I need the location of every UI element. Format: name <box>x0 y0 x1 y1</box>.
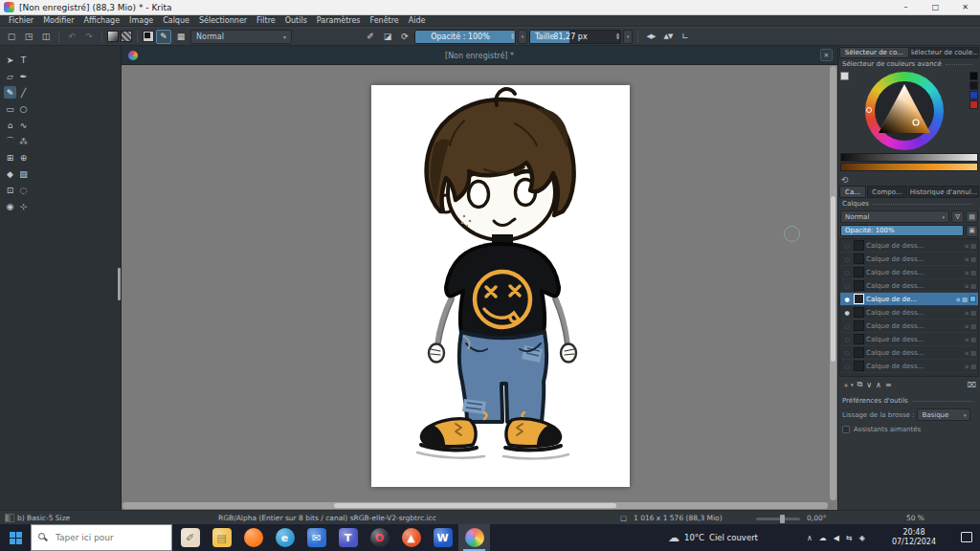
alpha-lock-icon[interactable]: ▨ <box>970 309 976 316</box>
search-input[interactable] <box>54 532 149 543</box>
opacity-slider[interactable]: Opacité : 100% ▲ ▼ <box>414 30 516 44</box>
wrap-around-icon[interactable]: ∟ <box>678 30 693 44</box>
close-button[interactable]: ✕ <box>950 0 980 14</box>
brush-editor-toggle[interactable]: ✎ <box>156 30 171 44</box>
antivirus-icon[interactable]: ◈ <box>859 534 865 542</box>
tool-text[interactable]: T <box>17 54 30 66</box>
alpha-lock-icon[interactable]: ▨ <box>962 296 968 302</box>
taskbar-app-word[interactable]: W <box>427 524 458 551</box>
foreground-background-colors[interactable] <box>143 31 154 42</box>
mirror-vertical-icon[interactable]: ▲▼ <box>660 30 676 44</box>
tool-rectangle[interactable]: ▭ <box>4 102 16 115</box>
history-swatch[interactable] <box>969 100 978 109</box>
menu-affichage[interactable]: Affichage <box>79 16 125 25</box>
tool-gradient[interactable]: ▨ <box>17 167 30 180</box>
inherit-alpha-icon[interactable]: α <box>965 349 969 356</box>
opacity-spin-buttons[interactable]: ▲ ▼ <box>511 31 514 43</box>
reload-preset-icon[interactable]: ⟳ <box>397 30 412 44</box>
tool-bezier-curve[interactable]: ⌒ <box>4 135 16 147</box>
tab-compositions[interactable]: Compo... <box>867 186 907 198</box>
taskbar-app-teams[interactable]: T <box>332 524 364 551</box>
minimize-button[interactable]: – <box>891 0 921 14</box>
layer-row[interactable]: ○ Calque de dess... α ▨ <box>840 253 978 266</box>
menu-modifier[interactable]: Modifier <box>38 16 78 25</box>
canvas-vertical-scrollbar[interactable] <box>830 66 836 500</box>
layer-visibility-toggle[interactable]: ○ <box>842 242 852 249</box>
tool-polyline[interactable]: ∿ <box>17 119 30 131</box>
layer-row-selected[interactable]: ● Calque de de... α ▨ <box>840 293 978 306</box>
tool-transform[interactable]: ⊞ <box>4 151 16 164</box>
inherit-alpha-icon[interactable]: α <box>965 309 969 316</box>
tool-edit-shapes[interactable]: ▱ <box>4 70 16 82</box>
layer-properties-button[interactable]: ≡ <box>885 381 892 389</box>
layer-row[interactable]: ○ Calque de dess... α ▨ <box>840 239 978 253</box>
history-swatch[interactable] <box>969 91 978 99</box>
menu-image[interactable]: Image <box>124 16 158 25</box>
assistants-checkbox[interactable] <box>842 426 850 433</box>
opacity-options-dropdown[interactable]: ▾ <box>518 30 527 44</box>
history-swatch[interactable] <box>969 72 978 80</box>
shade-gradient-strip[interactable] <box>840 153 978 162</box>
taskbar-app-sticky-notes[interactable]: ▤ <box>206 524 237 551</box>
redo-icon[interactable]: ↷ <box>81 30 97 44</box>
layer-visibility-toggle[interactable]: ○ <box>842 282 852 289</box>
horizontal-scroll-thumb[interactable] <box>334 503 616 508</box>
taskbar-app-graphics-tablet[interactable]: ✐ <box>174 524 206 551</box>
docker-splitter-handle[interactable] <box>118 268 121 300</box>
taskbar-app-opera[interactable]: O <box>364 524 395 551</box>
eraser-mode-icon[interactable]: ◪ <box>380 30 395 44</box>
onedrive-icon[interactable]: ☁ <box>819 534 827 542</box>
action-center-icon[interactable] <box>961 532 972 542</box>
size-slider[interactable]: Taille 81,27 px ▲ ▼ <box>529 30 621 44</box>
new-document-icon[interactable]: ▢ <box>4 30 19 44</box>
saturation-value-triangle[interactable] <box>865 72 944 150</box>
tool-line[interactable]: ╱ <box>17 86 30 99</box>
pattern-chooser[interactable] <box>121 31 132 42</box>
advanced-color-selector[interactable] <box>838 70 980 152</box>
blend-mode-select[interactable]: Normal ▾ <box>190 30 292 44</box>
paintbrush-icon[interactable]: ✐ <box>363 30 378 44</box>
hue-gradient-strip[interactable] <box>840 163 978 171</box>
taskbar-app-mail[interactable]: ✉ <box>301 524 332 551</box>
document-close-button[interactable]: ✕ <box>820 49 833 61</box>
layer-row[interactable]: ○ Calque de dess... α ▨ <box>840 333 978 346</box>
add-layer-button[interactable]: ＋ ▾ <box>842 380 854 390</box>
canvas-area[interactable]: [Non enregistré] * ✕ <box>122 46 837 510</box>
vertical-scroll-thumb[interactable] <box>831 196 835 362</box>
tool-pan[interactable]: ⊹ <box>17 200 30 212</box>
inherit-alpha-icon[interactable]: α <box>965 255 969 262</box>
tool-calligraphy[interactable]: ✒ <box>17 70 30 82</box>
layer-opacity-slider[interactable]: Opacité: 100% <box>840 225 964 236</box>
canvas-artwork[interactable] <box>371 85 630 487</box>
open-document-icon[interactable]: ◳ <box>21 30 36 44</box>
menu-selectionner[interactable]: Sélectionner <box>194 16 252 25</box>
alpha-lock-icon[interactable]: ▨ <box>970 242 976 249</box>
tool-fill[interactable]: ◆ <box>4 167 16 180</box>
menu-aide[interactable]: Aide <box>404 16 431 25</box>
taskbar-app-krita[interactable] <box>458 524 490 551</box>
layer-color-label[interactable] <box>969 296 976 302</box>
taskbar-clock[interactable]: 20:48 07/12/2024 <box>880 526 947 549</box>
inherit-alpha-icon[interactable]: α <box>956 296 960 302</box>
taskbar-app-brave[interactable]: ▲ <box>395 524 427 551</box>
maximize-button[interactable]: □ <box>921 0 950 14</box>
layer-row[interactable]: ○ Calque de dess... α ▨ <box>840 360 978 373</box>
alpha-lock-icon[interactable]: ▨ <box>970 349 976 356</box>
taskbar-weather[interactable]: ☁ 10°C Ciel couvert <box>668 524 758 551</box>
smoothing-select[interactable]: Basique ▾ <box>917 408 970 421</box>
layer-row[interactable]: ○ Calque de dess... α ▨ <box>840 279 978 293</box>
undo-icon[interactable]: ↶ <box>64 30 79 44</box>
layer-visibility-toggle[interactable]: ● <box>842 296 852 302</box>
menu-fenetre[interactable]: Fenêtre <box>365 16 403 25</box>
zoom-slider[interactable] <box>756 518 800 520</box>
layer-visibility-toggle[interactable]: ○ <box>842 336 852 342</box>
brush-preset-status[interactable]: b) Basic-5 Size <box>5 511 70 525</box>
layer-view-options-icon[interactable]: ▤ <box>966 210 978 223</box>
gradient-chooser[interactable] <box>107 31 119 42</box>
tab-color-selector-1[interactable]: Sélecteur de co... <box>839 47 909 58</box>
layer-row[interactable]: ● Calque de dess... α ▨ <box>840 306 978 320</box>
brush-presets-icon[interactable]: ▦ <box>173 30 189 44</box>
menu-filtre[interactable]: Filtre <box>252 16 280 25</box>
duplicate-layer-button[interactable]: ⧉ <box>858 380 863 389</box>
layer-row[interactable]: ○ Calque de dess... α ▨ <box>840 346 978 360</box>
